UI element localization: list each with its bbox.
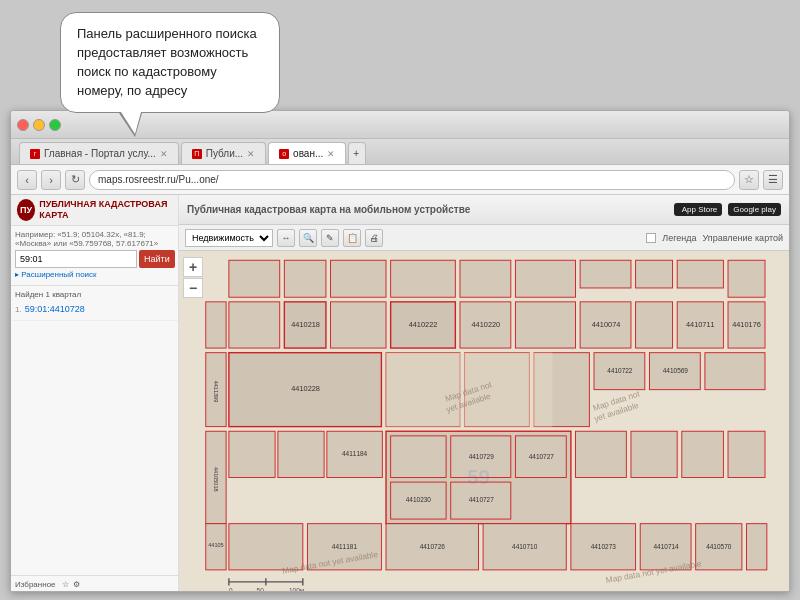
layer-select[interactable]: Недвижимость: [185, 229, 273, 247]
sidebar-bottom-icon[interactable]: ☆: [62, 580, 69, 589]
svg-text:4410176: 4410176: [732, 320, 761, 329]
svg-text:4410727: 4410727: [529, 453, 555, 460]
search-input[interactable]: [15, 250, 137, 268]
svg-text:4410569: 4410569: [663, 367, 689, 374]
svg-rect-22: [636, 302, 673, 348]
tab-1-close[interactable]: ✕: [160, 149, 168, 159]
legend-checkbox[interactable]: [646, 233, 656, 243]
tab-favicon-3: о: [279, 149, 289, 159]
speech-bubble-text: Панель расширенного поиска предоставляет…: [77, 26, 257, 98]
svg-text:59: 59: [467, 466, 490, 488]
minimize-button[interactable]: [33, 119, 45, 131]
svg-rect-19: [515, 302, 575, 348]
toolbar-btn-2[interactable]: 🔍: [299, 229, 317, 247]
svg-rect-5: [460, 260, 511, 297]
menu-button[interactable]: ☰: [763, 170, 783, 190]
svg-rect-53: [682, 431, 724, 477]
search-hint: Например: «51.9; 05104.32х, «81.9; «Моск…: [15, 230, 174, 248]
new-tab-button[interactable]: +: [348, 142, 366, 164]
maximize-button[interactable]: [49, 119, 61, 131]
tab-1-label: Главная - Портал услу...: [44, 148, 156, 159]
toolbar-btn-3[interactable]: ✎: [321, 229, 339, 247]
portal-header: ПУ ПУБЛИЧНАЯ КАДАСТРОВАЯ КАРТА: [11, 195, 178, 226]
svg-rect-2: [284, 260, 326, 297]
portal-title: ПУБЛИЧНАЯ КАДАСТРОВАЯ КАРТА: [39, 199, 172, 221]
svg-text:4410218: 4410218: [291, 320, 320, 329]
sidebar-bottom: Избранное ☆ ⚙: [11, 575, 178, 592]
svg-text:4410230: 4410230: [406, 496, 432, 503]
main-top-title: Публичная кадастровая карта на мобильном…: [187, 204, 668, 215]
svg-text:4410726: 4410726: [420, 543, 446, 550]
svg-text:4411181: 4411181: [332, 543, 358, 550]
content-area: ПУ ПУБЛИЧНАЯ КАДАСТРОВАЯ КАРТА Например:…: [11, 195, 789, 592]
svg-text:4410570: 4410570: [706, 543, 732, 550]
svg-rect-36: [705, 353, 765, 390]
result-item-1[interactable]: 59:01:4410728: [25, 302, 85, 316]
map-toolbar: Недвижимость ↔ 🔍 ✎ 📋 🖨 Легенда Управлени…: [179, 225, 789, 251]
result-section: Найден 1 квартал 1. 59:01:4410728: [11, 286, 178, 321]
svg-rect-7: [580, 260, 631, 288]
address-bar: ‹ › ↻ ☆ ☰: [11, 165, 789, 195]
map-container[interactable]: 4410218 4410222 4410220 4410074 4410711 …: [179, 251, 789, 592]
refresh-button[interactable]: ↻: [65, 170, 85, 190]
svg-rect-11: [229, 302, 280, 348]
sidebar-settings-icon[interactable]: ⚙: [73, 580, 80, 589]
tab-3-close[interactable]: ✕: [327, 149, 335, 159]
legend-label: Легенда: [662, 233, 696, 243]
tab-favicon-1: г: [30, 149, 40, 159]
tab-bar: г Главная - Портал услу... ✕ П Публи... …: [11, 139, 789, 165]
toolbar-btn-5[interactable]: 🖨: [365, 229, 383, 247]
zoom-in-button[interactable]: +: [183, 257, 203, 277]
result-count: Найден 1 квартал: [15, 290, 174, 299]
browser-window: г Главная - Портал услу... ✕ П Публи... …: [10, 110, 790, 592]
toolbar-btn-4[interactable]: 📋: [343, 229, 361, 247]
speech-bubble: Панель расширенного поиска предоставляет…: [60, 12, 280, 113]
svg-text:4410727: 4410727: [469, 496, 495, 503]
search-row: Найти: [15, 250, 174, 268]
tab-2-label: Публи...: [206, 148, 243, 159]
tab-1[interactable]: г Главная - Портал услу... ✕: [19, 142, 179, 164]
close-button[interactable]: [17, 119, 29, 131]
svg-text:4410273: 4410273: [591, 543, 617, 550]
advanced-search-link[interactable]: ▸ Расширенный поиск: [15, 268, 174, 281]
svg-rect-10: [728, 260, 765, 297]
svg-rect-70: [747, 524, 767, 570]
google-play-badge[interactable]: Google play: [728, 203, 781, 216]
toolbar-btn-1[interactable]: ↔: [277, 229, 295, 247]
app-store-badge[interactable]: App Store: [674, 203, 723, 216]
zoom-controls: + −: [183, 257, 203, 298]
svg-text:4410228: 4410228: [291, 384, 320, 393]
svg-text:4410710: 4410710: [512, 543, 538, 550]
svg-text:4410729: 4410729: [469, 453, 495, 460]
svg-rect-6: [515, 260, 575, 297]
svg-rect-51: [576, 431, 627, 477]
svg-rect-4: [391, 260, 456, 297]
tab-2[interactable]: П Публи... ✕: [181, 142, 266, 164]
toolbar-right: Легенда Управление картой: [646, 233, 783, 243]
search-button[interactable]: Найти: [139, 250, 175, 268]
back-button[interactable]: ‹: [17, 170, 37, 190]
svg-rect-80: [229, 431, 275, 477]
sidebar: ПУ ПУБЛИЧНАЯ КАДАСТРОВАЯ КАРТА Например:…: [11, 195, 179, 592]
tab-3[interactable]: о ован... ✕: [268, 142, 346, 164]
main-area: Публичная кадастровая карта на мобильном…: [179, 195, 789, 592]
zoom-out-button[interactable]: −: [183, 278, 203, 298]
svg-text:4410074: 4410074: [592, 320, 621, 329]
manage-label: Управление картой: [702, 233, 783, 243]
tab-2-close[interactable]: ✕: [247, 149, 255, 159]
address-input[interactable]: [89, 170, 735, 190]
svg-rect-57: [229, 524, 303, 570]
svg-text:4410222: 4410222: [409, 320, 438, 329]
main-top-bar: Публичная кадастровая карта на мобильном…: [179, 195, 789, 225]
svg-text:0: 0: [229, 587, 233, 592]
svg-text:50: 50: [257, 587, 265, 592]
bookmark-button[interactable]: ☆: [739, 170, 759, 190]
svg-rect-52: [631, 431, 677, 477]
svg-text:100м: 100м: [289, 587, 304, 592]
svg-text:4410220: 4410220: [471, 320, 500, 329]
svg-rect-14: [331, 302, 386, 348]
svg-text:4411399: 4411399: [213, 381, 219, 403]
svg-rect-9: [677, 260, 723, 288]
forward-button[interactable]: ›: [41, 170, 61, 190]
svg-text:44105018: 44105018: [213, 467, 219, 492]
